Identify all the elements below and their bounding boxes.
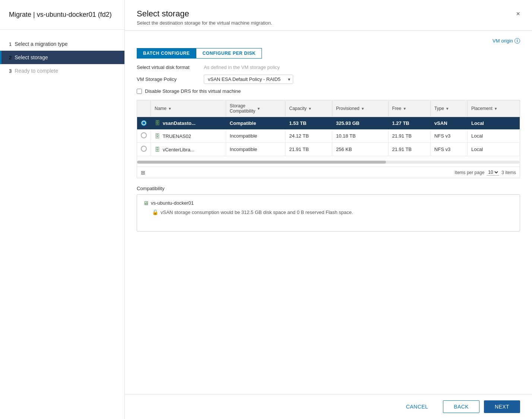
row-1-type: vSAN: [430, 117, 467, 129]
table-body: 🗄 vsanDatasto... Compatible 1.53 TB 325.…: [137, 117, 520, 156]
disable-drs-row: Disable Storage DRS for this virtual mac…: [137, 88, 520, 94]
table-row[interactable]: 🗄 TRUENAS02 Incompatible 24.12 TB 10.18 …: [137, 129, 520, 143]
row-1-compat: Compatible: [226, 117, 285, 129]
step-1[interactable]: 1 Select a migration type: [0, 37, 124, 51]
row-3-radio[interactable]: [141, 146, 147, 152]
prov-filter-icon: ▼: [361, 107, 365, 111]
th-type[interactable]: Type▼: [430, 100, 467, 117]
row-2-capacity: 24.12 TB: [285, 129, 332, 143]
compat-info-row: 🔒 vSAN storage consumption would be 312.…: [143, 209, 514, 215]
row-2-placement: Local: [468, 129, 520, 143]
row-2-radio[interactable]: [141, 132, 147, 138]
compat-vm-icon: 🖥: [143, 200, 149, 206]
storage-policy-row: VM Storage Policy vSAN ESA Default Polic…: [137, 75, 520, 84]
row-1-name: 🗄 vsanDatasto...: [151, 117, 226, 129]
back-button[interactable]: BACK: [443, 400, 479, 413]
table-row[interactable]: 🗄 vCenterLibra... Incompatible 21.91 TB …: [137, 143, 520, 156]
row-3-name: 🗄 vCenterLibra...: [151, 143, 226, 156]
step-3: 3 Ready to complete: [0, 64, 124, 78]
table-footer: ⊞ Items per page 10 3 items: [137, 167, 520, 178]
compat-vm-row: 🖥 vs-ubuntu-docker01: [143, 200, 514, 206]
items-per-page-label: Items per page: [455, 170, 484, 175]
row-3-radio-cell[interactable]: [137, 143, 151, 156]
th-compatibility[interactable]: StorageCompatibility▼: [226, 100, 285, 117]
row-3-type: NFS v3: [430, 143, 467, 156]
step-3-label: Ready to complete: [15, 68, 58, 74]
row-3-free: 21.91 TB: [388, 143, 430, 156]
step-3-indicator: [0, 64, 1, 78]
dialog-header: Select storage Select the destination st…: [125, 0, 532, 31]
disable-drs-checkbox[interactable]: [137, 89, 142, 94]
toggle-group: BATCH CONFIGURE CONFIGURE PER DISK: [137, 48, 520, 59]
th-provisioned[interactable]: Provisioned▼: [332, 100, 388, 117]
compat-info-icon: 🔒: [152, 209, 158, 215]
next-button[interactable]: NEXT: [484, 400, 520, 413]
capacity-filter-icon: ▼: [308, 107, 312, 111]
ds-icon-3: 🗄: [155, 147, 160, 152]
configure-per-disk-button[interactable]: CONFIGURE PER DISK: [196, 48, 262, 59]
step-2[interactable]: 2 Select storage: [0, 51, 124, 64]
storage-policy-label: VM Storage Policy: [137, 76, 204, 82]
storage-table: Name▼ StorageCompatibility▼ Capacity▼ Pr…: [137, 100, 520, 156]
sidebar: Migrate | vs-ubuntu-docker01 (fd2) 1 Sel…: [0, 0, 125, 419]
dialog-title: Select storage: [137, 9, 272, 19]
row-2-provisioned: 10.18 TB: [332, 129, 388, 143]
dialog: Select storage Select the destination st…: [125, 0, 532, 419]
vm-origin-link[interactable]: VM origin i: [493, 38, 520, 44]
vm-origin-label: VM origin: [493, 38, 513, 44]
close-button[interactable]: ×: [516, 10, 520, 17]
row-1-capacity: 1.53 TB: [285, 117, 332, 129]
th-free[interactable]: Free▼: [388, 100, 430, 117]
batch-configure-button[interactable]: BATCH CONFIGURE: [137, 48, 196, 59]
step-1-indicator: [0, 37, 1, 51]
dialog-body: VM origin i BATCH CONFIGURE CONFIGURE PE…: [125, 31, 532, 394]
disk-format-label: Select virtual disk format: [137, 64, 204, 70]
step-list: 1 Select a migration type 2 Select stora…: [0, 30, 124, 85]
table-row[interactable]: 🗄 vsanDatasto... Compatible 1.53 TB 325.…: [137, 117, 520, 129]
items-per-page-select[interactable]: 10: [487, 169, 499, 176]
vm-origin-row: VM origin i: [137, 38, 520, 44]
sidebar-title: Migrate | vs-ubuntu-docker01 (fd2): [0, 10, 124, 30]
place-filter-icon: ▼: [494, 107, 498, 111]
type-filter-icon: ▼: [446, 107, 449, 111]
items-per-page: Items per page 10 3 items: [455, 169, 516, 176]
row-3-placement: Local: [468, 143, 520, 156]
main-content: Select storage Select the destination st…: [125, 0, 532, 419]
row-2-radio-cell[interactable]: [137, 129, 151, 143]
row-1-radio[interactable]: [141, 120, 147, 126]
storage-table-wrapper: Name▼ StorageCompatibility▼ Capacity▼ Pr…: [137, 100, 520, 178]
scrollbar-thumb: [137, 161, 386, 164]
dialog-footer: CANCEL BACK NEXT: [125, 394, 532, 419]
ds-icon-2: 🗄: [155, 133, 160, 139]
table-header: Name▼ StorageCompatibility▼ Capacity▼ Pr…: [137, 100, 520, 117]
name-filter-icon: ▼: [168, 107, 172, 111]
compat-box: 🖥 vs-ubuntu-docker01 🔒 vSAN storage cons…: [137, 194, 520, 231]
th-capacity[interactable]: Capacity▼: [285, 100, 332, 117]
step-1-number: 1: [9, 41, 12, 47]
th-name[interactable]: Name▼: [151, 100, 226, 117]
row-1-radio-cell[interactable]: [137, 117, 151, 129]
row-1-placement: Local: [468, 117, 520, 129]
row-2-name: 🗄 TRUENAS02: [151, 129, 226, 143]
row-1-provisioned: 325.93 GB: [332, 117, 388, 129]
row-3-capacity: 21.91 TB: [285, 143, 332, 156]
step-2-label: Select storage: [15, 54, 48, 60]
step-2-indicator: [0, 51, 1, 64]
row-3-compat: Incompatible: [226, 143, 285, 156]
disk-format-value: As defined in the VM storage policy: [204, 64, 280, 70]
ds-icon-1: 🗄: [155, 120, 160, 126]
table-scrollbar[interactable]: [137, 161, 520, 164]
th-select: [137, 100, 151, 117]
free-filter-icon: ▼: [403, 107, 406, 111]
columns-icon[interactable]: ⊞: [141, 170, 145, 176]
row-2-type: NFS v3: [430, 129, 467, 143]
vm-origin-info-icon: i: [514, 38, 520, 44]
row-2-compat: Incompatible: [226, 129, 285, 143]
cancel-button[interactable]: CANCEL: [396, 401, 438, 413]
th-placement[interactable]: Placement▼: [468, 100, 520, 117]
storage-policy-select[interactable]: vSAN ESA Default Policy - RAID5: [204, 75, 293, 84]
dialog-subtitle: Select the destination storage for the v…: [137, 20, 272, 26]
row-2-free: 21.91 TB: [388, 129, 430, 143]
compat-label: Compatibility: [137, 186, 520, 191]
storage-policy-select-wrapper: vSAN ESA Default Policy - RAID5: [204, 75, 293, 84]
